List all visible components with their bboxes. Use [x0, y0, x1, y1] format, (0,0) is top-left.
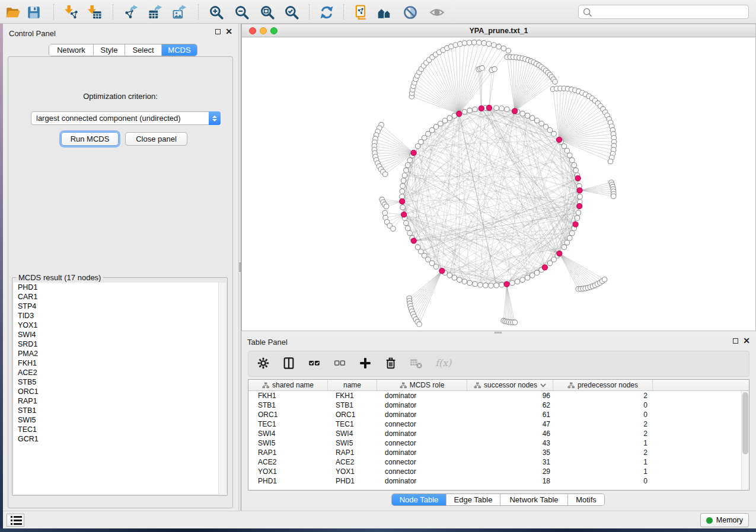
column-header-successor-nodes[interactable]: successor nodes — [467, 380, 553, 390]
mcds-list-scrollbar[interactable] — [218, 283, 226, 494]
tab-style[interactable]: Style — [94, 44, 125, 56]
mcds-hub-node[interactable] — [486, 105, 492, 110]
network-node[interactable] — [505, 107, 510, 112]
network-node[interactable] — [576, 210, 581, 216]
network-node[interactable] — [400, 189, 405, 194]
table-options-button[interactable] — [256, 356, 271, 371]
network-node[interactable] — [477, 40, 482, 46]
create-column-button[interactable] — [358, 356, 373, 371]
table-row[interactable]: SWI4SWI4dominator462 — [248, 429, 749, 438]
network-node[interactable] — [467, 40, 472, 46]
network-node[interactable] — [562, 144, 567, 149]
tab-mcds[interactable]: MCDS — [162, 44, 197, 56]
table-row[interactable]: ORC1ORC1dominator610 — [248, 410, 749, 419]
network-node[interactable] — [391, 226, 396, 232]
network-node[interactable] — [422, 253, 427, 258]
mcds-result-item[interactable]: TID3 — [14, 311, 226, 321]
network-node[interactable] — [492, 66, 497, 72]
network-node[interactable] — [564, 148, 570, 153]
network-node[interactable] — [570, 158, 575, 163]
float-panel-icon[interactable] — [215, 29, 221, 34]
network-node[interactable] — [539, 121, 544, 126]
close-panel-button[interactable]: Close panel — [125, 132, 187, 146]
mcds-hub-node[interactable] — [479, 105, 484, 111]
network-node[interactable] — [480, 66, 485, 71]
delete-columns-button[interactable] — [383, 356, 398, 371]
network-node[interactable] — [543, 124, 548, 130]
network-node[interactable] — [547, 261, 553, 266]
mcds-hub-node[interactable] — [457, 111, 462, 116]
mcds-hub-node[interactable] — [439, 268, 445, 274]
network-node[interactable] — [608, 159, 613, 164]
network-node[interactable] — [419, 249, 424, 254]
network-node[interactable] — [501, 46, 506, 52]
network-node[interactable] — [567, 153, 573, 158]
network-node[interactable] — [515, 279, 520, 284]
mcds-hub-node[interactable] — [557, 137, 562, 142]
column-header-predecessor-nodes[interactable]: predecessor nodes — [553, 380, 653, 390]
export-table-button[interactable] — [147, 4, 165, 21]
network-node[interactable] — [429, 127, 435, 133]
network-node[interactable] — [405, 163, 410, 168]
mcds-result-item[interactable]: PHD1 — [14, 283, 226, 292]
network-node[interactable] — [512, 320, 518, 325]
network-node[interactable] — [457, 277, 462, 283]
network-node[interactable] — [401, 178, 406, 184]
tab-network-table[interactable]: Network Table — [500, 494, 568, 505]
mcds-result-item[interactable]: GCR1 — [14, 434, 226, 444]
mcds-result-item[interactable]: STB1 — [14, 406, 226, 415]
network-node[interactable] — [382, 210, 388, 216]
close-panel-icon[interactable]: ✕ — [743, 338, 750, 344]
mcds-hub-node[interactable] — [577, 203, 582, 209]
network-node[interactable] — [447, 116, 452, 121]
network-node[interactable] — [473, 281, 478, 287]
save-session-button[interactable] — [25, 4, 43, 21]
network-node[interactable] — [462, 110, 467, 115]
table-row[interactable]: ACE2ACE2connector311 — [248, 457, 749, 467]
column-header-MCDS-role[interactable]: MCDS role — [377, 380, 467, 390]
mcds-result-item[interactable]: TEC1 — [14, 425, 226, 434]
memory-button[interactable]: Memory — [700, 513, 749, 527]
mcds-hub-node[interactable] — [504, 281, 509, 287]
network-node[interactable] — [510, 280, 515, 286]
network-node[interactable] — [478, 283, 483, 288]
search-field[interactable] — [578, 5, 749, 19]
table-row[interactable]: FKH1FKH1dominator962 — [248, 391, 749, 400]
network-node[interactable] — [494, 105, 499, 111]
network-canvas[interactable] — [242, 37, 755, 331]
network-node[interactable] — [407, 158, 413, 163]
network-node[interactable] — [462, 41, 467, 46]
tab-motifs[interactable]: Motifs — [568, 494, 604, 505]
network-node[interactable] — [471, 40, 477, 45]
scrollbar-thumb[interactable] — [742, 392, 748, 454]
apply-layout-button[interactable] — [318, 4, 336, 21]
zoom-in-button[interactable] — [208, 4, 225, 21]
network-node[interactable] — [402, 173, 407, 178]
mcds-result-item[interactable]: SWI5 — [14, 415, 226, 425]
network-node[interactable] — [417, 322, 422, 327]
network-node[interactable] — [483, 283, 489, 288]
mcds-hub-node[interactable] — [575, 175, 580, 181]
splitter-handle[interactable] — [239, 262, 241, 272]
network-node[interactable] — [534, 270, 540, 275]
mcds-hub-node[interactable] — [573, 222, 578, 227]
network-node[interactable] — [458, 41, 463, 47]
table-row[interactable]: PHD1PHD1dominator180 — [248, 476, 749, 486]
network-node[interactable] — [499, 283, 505, 288]
select-all-rows-button[interactable] — [307, 356, 322, 371]
network-node[interactable] — [404, 168, 409, 173]
network-node[interactable] — [496, 44, 502, 49]
tab-network[interactable]: Network — [49, 44, 94, 56]
mcds-hub-node[interactable] — [400, 198, 405, 204]
network-node[interactable] — [433, 124, 439, 130]
open-file-button[interactable] — [4, 4, 22, 21]
criterion-dropdown[interactable]: largest connected component (undirected) — [31, 111, 221, 125]
mcds-result-list[interactable]: PHD1CAR1STP4TID3YOX1SWI4SRD1PMA2FKH1ACE2… — [14, 283, 226, 494]
table-scrollbar[interactable] — [741, 391, 749, 490]
mcds-hub-node[interactable] — [401, 212, 407, 217]
mcds-result-item[interactable]: RAP1 — [14, 396, 226, 406]
network-node[interactable] — [433, 264, 439, 270]
network-node[interactable] — [572, 163, 577, 168]
network-node[interactable] — [467, 108, 473, 113]
network-node[interactable] — [415, 245, 420, 250]
